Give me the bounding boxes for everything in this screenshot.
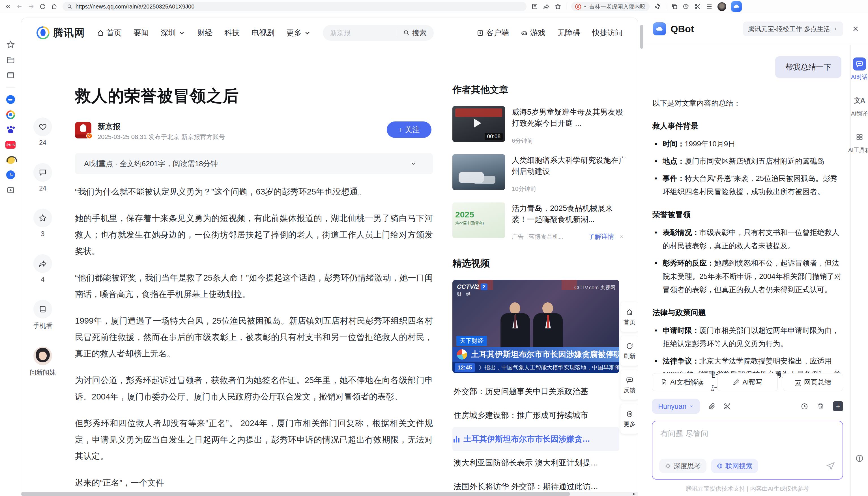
history-icon[interactable]: [683, 3, 690, 10]
model-selector[interactable]: Hunyuan: [652, 399, 700, 414]
history-icon[interactable]: [801, 403, 808, 410]
attach-paperclip-icon[interactable]: [708, 403, 716, 410]
forward-icon[interactable]: [28, 3, 34, 10]
float-more-button[interactable]: 更多: [621, 404, 638, 434]
reload-icon[interactable]: [39, 3, 46, 10]
folder-icon[interactable]: [6, 56, 15, 64]
video-thumbnail[interactable]: 00:08: [452, 106, 505, 142]
alert-icon[interactable]: [855, 454, 864, 463]
reader-mode-icon[interactable]: [531, 3, 538, 10]
video-player[interactable]: CCTV/22 财 经 CCTV.com 央视网 天下财经 土耳其伊斯坦布尔市市…: [452, 280, 619, 373]
new-chat-button[interactable]: [833, 401, 843, 412]
hot-search-chip[interactable]: S 吉林一老虎闯入院内咬: [571, 2, 649, 11]
float-feedback-button[interactable]: 反馈: [621, 370, 638, 400]
collapse-sidebar-icon[interactable]: [4, 3, 11, 10]
ai-write-button[interactable]: AI帮写: [717, 373, 777, 391]
web-search-toggle[interactable]: 联网搜索: [711, 459, 758, 474]
close-icon[interactable]: [852, 25, 859, 33]
qq-icon[interactable]: [6, 95, 15, 104]
browser-toolbar: https://news.qq.com/rain/a/20250325A01X9…: [0, 0, 868, 13]
ai-doc-button[interactable]: AI文档解读: [652, 373, 712, 391]
home-icon[interactable]: [51, 3, 58, 10]
address-bar[interactable]: https://news.qq.com/rain/a/20250325A01X9…: [63, 2, 527, 11]
related-title[interactable]: 人类细胞谱系大科学研究设施在广州启动建设: [512, 155, 627, 177]
nav-item-more[interactable]: 更多: [286, 28, 311, 38]
playlist-item[interactable]: 澳大利亚国防部长表示 澳大利亚计划提…: [452, 451, 619, 475]
float-home-button[interactable]: 首页: [621, 303, 638, 332]
clock-icon[interactable]: [6, 170, 15, 179]
add-icon[interactable]: [6, 186, 15, 195]
ad-cta-link[interactable]: 了解详情: [588, 232, 614, 241]
follow-button[interactable]: + 关注: [387, 122, 432, 138]
music-headset-icon[interactable]: [6, 155, 15, 164]
ai-summary-bar[interactable]: AI划重点 · 全文约6201字，阅读需18分钟: [75, 153, 433, 174]
nav-item-accessibility[interactable]: 无障碍: [557, 28, 580, 38]
scrollbar-thumb[interactable]: [21, 492, 570, 496]
browser-logo[interactable]: [731, 1, 742, 12]
site-logo[interactable]: 腾讯网: [36, 26, 85, 40]
search-button[interactable]: 搜索: [403, 28, 427, 38]
nav-item-quick-access[interactable]: 快捷访问: [592, 28, 623, 38]
reading-list-icon[interactable]: [6, 71, 15, 80]
screenshot-scissors-icon[interactable]: [694, 3, 701, 10]
send-icon[interactable]: [826, 462, 835, 470]
ad-thumbnail[interactable]: 2025 第22届中国(青岛): [452, 202, 505, 238]
comment-button[interactable]: 24: [33, 163, 52, 192]
article-thumbnail[interactable]: [452, 154, 505, 190]
tab-ai-translate[interactable]: AI翻译: [851, 94, 868, 118]
playlist-item-active[interactable]: 土耳其伊斯坦布尔市市长因涉嫌贪…: [452, 427, 619, 451]
input-placeholder: 有问题 尽管问: [660, 429, 835, 439]
ad-title[interactable]: 活力青岛，2025食品机械展来袭！一起嗨翻食机新潮...: [512, 203, 627, 225]
float-refresh-button[interactable]: 刷新: [621, 336, 638, 366]
tab-ai-chat[interactable]: AI对话: [851, 58, 868, 81]
playlist-item[interactable]: 住房城乡建设部：推广形成可持续城市: [452, 403, 619, 427]
trash-icon[interactable]: [817, 403, 824, 410]
scrollbar-thumb[interactable]: [640, 25, 643, 49]
user-message: 帮我总结一下: [775, 56, 841, 78]
nav-item-games[interactable]: 游戏: [521, 28, 545, 38]
baidu-paw-icon[interactable]: [6, 126, 15, 135]
profile-avatar[interactable]: [718, 2, 726, 11]
favorite-button[interactable]: 3: [33, 208, 52, 238]
nav-item-news[interactable]: 要闻: [133, 28, 149, 38]
scroll-right-arrow[interactable]: [633, 493, 635, 495]
related-item[interactable]: 00:08 威海5岁男童疑遭生母及其男友殴打致死案今日开庭 ... 6分钟前: [452, 106, 627, 149]
site-search-input[interactable]: 新京报 搜索: [323, 25, 434, 41]
tabs-icon[interactable]: [671, 3, 678, 10]
home-icon: [97, 29, 104, 36]
nav-item-tv[interactable]: 电视剧: [252, 28, 274, 38]
ad-item[interactable]: 2025 第22届中国(青岛) 活力青岛，2025食品机械展来袭！一起嗨翻食机新…: [452, 202, 627, 245]
related-title[interactable]: 威海5岁男童疑遭生母及其男友殴打致死案今日开庭 ...: [512, 107, 627, 129]
tab-ai-toolbox[interactable]: AI工具箱: [848, 130, 868, 154]
author-name[interactable]: 新京报: [98, 122, 120, 131]
xiaohongshu-icon[interactable]: 小红书: [5, 141, 16, 149]
favorites-star-icon[interactable]: [6, 40, 15, 49]
ad-advertiser: 蓝博食品机...: [529, 233, 564, 241]
news-assistant-button[interactable]: 问新闻妹: [30, 346, 56, 377]
page-scrollbar[interactable]: [639, 13, 644, 496]
like-button[interactable]: 24: [33, 118, 52, 146]
share-button[interactable]: 4: [33, 254, 52, 283]
share-icon[interactable]: [543, 3, 550, 10]
mobile-view-button[interactable]: 手机看: [33, 300, 53, 330]
nav-item-home[interactable]: 首页: [97, 28, 122, 38]
extensions-puzzle-icon[interactable]: [654, 3, 661, 10]
deep-think-toggle[interactable]: 深度思考: [659, 459, 706, 474]
nav-item-shenzhen[interactable]: 深圳: [161, 28, 185, 38]
yuanbao-promo-button[interactable]: 腾讯元宝-轻松工作 多点生活: [743, 21, 843, 36]
horizontal-scrollbar[interactable]: [21, 492, 638, 496]
chat-input[interactable]: 有问题 尽管问 深度思考 联网搜索: [652, 421, 843, 480]
screenshot-scissors-icon[interactable]: [723, 403, 731, 410]
chevron-down-icon[interactable]: [410, 160, 416, 167]
back-icon[interactable]: [16, 3, 23, 10]
nav-item-tech[interactable]: 科技: [224, 28, 240, 38]
close-icon[interactable]: [619, 234, 624, 239]
playlist-item[interactable]: 外交部：历史问题事关中日关系政治基: [452, 379, 619, 403]
nav-item-finance[interactable]: 财经: [197, 28, 212, 38]
menu-icon[interactable]: [706, 3, 713, 10]
news-bell-icon[interactable]: [6, 110, 15, 119]
bookmark-star-icon[interactable]: [554, 3, 561, 10]
related-item[interactable]: 人类细胞谱系大科学研究设施在广州启动建设 10分钟前: [452, 154, 627, 197]
web-summary-button[interactable]: 网页总结: [783, 373, 843, 391]
nav-item-client[interactable]: 客户端: [477, 28, 509, 38]
